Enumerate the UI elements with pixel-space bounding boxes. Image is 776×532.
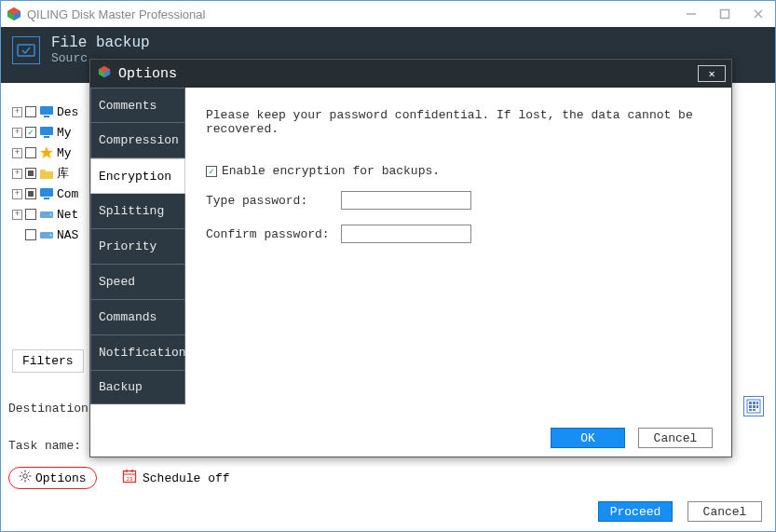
expand-icon[interactable]: + [12,148,22,158]
dialog-logo-icon [98,65,111,83]
expand-icon[interactable]: + [12,169,22,179]
tab-commands[interactable]: Commands [90,300,185,335]
tree-node-label: NAS [57,228,78,242]
expand-icon[interactable]: + [12,189,22,199]
confirm-password-input[interactable] [341,225,471,243]
svg-line-34 [28,479,30,481]
tree-checkbox[interactable] [25,127,36,138]
titlebar: QILING Disk Master Professional [1,1,775,27]
tree-node-label: Com [57,187,78,201]
password-input[interactable] [341,191,471,210]
svg-point-16 [50,214,52,216]
options-link-label: Options [35,471,87,485]
main-cancel-button[interactable]: Cancel [688,501,762,522]
tree-checkbox[interactable] [25,168,36,179]
svg-point-18 [50,235,52,237]
expand-icon[interactable]: + [12,128,22,138]
maximize-button[interactable] [708,1,742,27]
page-title: File backup [51,34,150,51]
tab-encryption[interactable]: Encryption [90,158,185,194]
svg-rect-20 [749,402,752,404]
options-link[interactable]: Options [8,467,97,489]
svg-rect-25 [756,405,758,408]
filters-button[interactable]: Filters [12,349,84,373]
svg-rect-24 [753,405,756,408]
svg-rect-14 [44,198,49,199]
dialog-ok-button[interactable]: OK [551,428,625,448]
svg-rect-10 [40,127,53,135]
expand-icon[interactable]: + [12,210,22,220]
close-button[interactable] [742,1,775,27]
tree-checkbox[interactable] [25,229,36,240]
dialog-cancel-button[interactable]: Cancel [638,428,713,448]
tab-splitting[interactable]: Splitting [90,194,185,229]
svg-rect-4 [721,10,729,19]
destination-label: Destination: [8,402,96,416]
svg-rect-13 [40,188,53,197]
tree-node-icon [39,167,54,180]
svg-rect-22 [756,402,758,404]
calendar-icon-button[interactable] [743,396,764,416]
tree-node-label: Des [57,105,78,119]
svg-line-36 [21,479,23,481]
svg-rect-23 [749,405,752,408]
password-label: Type password: [206,194,332,208]
tree-node-icon [39,105,54,118]
tree-checkbox[interactable] [25,147,36,158]
tree-node-icon [39,187,54,200]
svg-text:23: 23 [126,476,133,483]
svg-rect-26 [749,409,752,411]
tree-node-label: My [57,146,72,160]
tab-speed[interactable]: Speed [90,265,185,300]
dialog-titlebar: Options ✕ [90,60,731,88]
file-backup-icon [12,36,40,64]
tree-node-label: My [57,126,72,140]
svg-point-28 [23,474,27,478]
confirm-password-label: Confirm password: [206,227,332,241]
dialog-tabs: CommentsCompressionEncryptionSplittingPr… [90,88,185,419]
svg-rect-27 [753,409,756,411]
tree-node-label: Net [57,208,78,222]
tree-node-icon [39,208,54,221]
tree-checkbox[interactable] [25,209,36,220]
tab-compression[interactable]: Compression [90,123,185,158]
calendar-icon: 23 [122,469,137,487]
svg-line-33 [21,472,23,474]
tree-node-icon [39,228,54,241]
tab-notification[interactable]: Notification [90,335,185,371]
enable-encryption-label: Enable encryption for backups. [222,164,440,178]
dialog-close-button[interactable]: ✕ [698,65,726,82]
schedule-label: Schedule off [143,471,230,485]
dialog-title: Options [118,66,177,82]
gear-icon [19,470,32,486]
tab-priority[interactable]: Priority [90,229,185,265]
svg-rect-21 [753,402,756,404]
svg-rect-11 [44,136,49,138]
expand-icon[interactable]: + [12,107,22,117]
tab-comments[interactable]: Comments [90,88,185,123]
app-logo-icon [7,7,21,21]
tab-backup[interactable]: Backup [90,371,185,404]
encryption-panel: Please keep your password confidential. … [185,88,731,419]
svg-rect-7 [18,45,34,56]
task-name-label: Task name: [8,439,81,453]
enable-encryption-checkbox[interactable] [206,166,217,177]
minimize-button[interactable] [674,1,708,27]
schedule-link[interactable]: 23 Schedule off [122,469,230,487]
tree-checkbox[interactable] [25,188,36,199]
options-dialog: Options ✕ CommentsCompressionEncryptionS… [89,59,732,457]
svg-rect-9 [44,116,49,117]
tree-node-label: 库 [57,165,69,182]
svg-marker-12 [40,147,53,159]
window-title: QILING Disk Master Professional [27,7,674,21]
encryption-warning: Please keep your password confidential. … [206,108,718,136]
proceed-button[interactable]: Proceed [598,501,673,522]
tree-node-icon [39,146,54,159]
tree-node-icon [39,126,54,139]
svg-rect-8 [40,106,53,115]
svg-line-35 [28,472,30,474]
tree-checkbox[interactable] [25,106,36,117]
